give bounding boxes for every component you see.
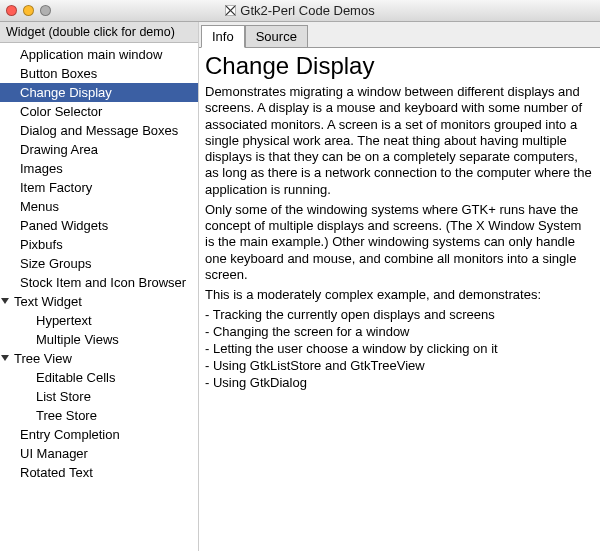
app-window: Gtk2-Perl Code Demos Widget (double clic… [0,0,600,551]
tree-item-label: Item Factory [20,180,92,195]
tree-item-label: Paned Widgets [20,218,108,233]
tree-item[interactable]: Dialog and Message Boxes [0,121,198,140]
tree-item-label: Stock Item and Icon Browser [20,275,186,290]
tree-item[interactable]: Color Selector [0,102,198,121]
tree-item[interactable]: List Store [0,387,198,406]
tree-item[interactable]: Text Widget [0,292,198,311]
tree-item-label: Hypertext [36,313,92,328]
sidebar-header: Widget (double click for demo) [0,22,198,43]
tree-item[interactable]: Rotated Text [0,463,198,482]
info-paragraph: Only some of the windowing systems where… [205,202,594,283]
tab-info[interactable]: Info [201,25,245,48]
tree-item[interactable]: Paned Widgets [0,216,198,235]
window-title: Gtk2-Perl Code Demos [240,3,374,18]
tree-item-label: Editable Cells [36,370,116,385]
tree-item-label: Dialog and Message Boxes [20,123,178,138]
tree-item-label: Tree View [14,351,72,366]
tree-item-label: Change Display [20,85,112,100]
tree-item[interactable]: Item Factory [0,178,198,197]
tree-item[interactable]: Tree View [0,349,198,368]
tree-item[interactable]: Tree Store [0,406,198,425]
svg-marker-3 [1,298,9,304]
tree-item[interactable]: Application main window [0,45,198,64]
tree-item-label: Tree Store [36,408,97,423]
info-bullet: - Tracking the currently open displays a… [205,307,594,324]
tree-item-label: Size Groups [20,256,92,271]
tree-item-label: Text Widget [14,294,82,309]
info-bullet: - Using GtkDialog [205,375,594,392]
tree-item-label: UI Manager [20,446,88,461]
tree-item-label: Multiple Views [36,332,119,347]
tree-item-label: Drawing Area [20,142,98,157]
tree-item[interactable]: Multiple Views [0,330,198,349]
expander-icon[interactable] [0,294,12,306]
tree-item[interactable]: Menus [0,197,198,216]
tree-item-label: List Store [36,389,91,404]
titlebar: Gtk2-Perl Code Demos [0,0,600,22]
tree-item[interactable]: Images [0,159,198,178]
window-title-wrap: Gtk2-Perl Code Demos [0,3,600,18]
info-bullet: - Letting the user choose a window by cl… [205,341,594,358]
x11-icon [225,5,236,16]
content-pane: InfoSource Change Display Demonstrates m… [199,22,600,551]
tree-item[interactable]: Editable Cells [0,368,198,387]
tree-item[interactable]: Hypertext [0,311,198,330]
tree-item-label: Button Boxes [20,66,97,81]
tree-item-label: Images [20,161,63,176]
tree-item[interactable]: Change Display [0,83,198,102]
info-paragraph: This is a moderately complex example, an… [205,287,594,303]
window-body: Widget (double click for demo) Applicati… [0,22,600,551]
tab-bar: InfoSource [199,22,600,48]
tree-item-label: Entry Completion [20,427,120,442]
tree-item-label: Rotated Text [20,465,93,480]
sidebar: Widget (double click for demo) Applicati… [0,22,199,551]
tree-item[interactable]: Button Boxes [0,64,198,83]
info-pane: Change Display Demonstrates migrating a … [199,48,600,551]
tree-item[interactable]: Size Groups [0,254,198,273]
tree-item[interactable]: Entry Completion [0,425,198,444]
info-title: Change Display [205,52,594,80]
tree-item-label: Color Selector [20,104,102,119]
tree-item[interactable]: Pixbufs [0,235,198,254]
tree-item-label: Menus [20,199,59,214]
tree-item[interactable]: UI Manager [0,444,198,463]
expander-icon[interactable] [0,351,12,363]
demo-tree[interactable]: Application main windowButton BoxesChang… [0,43,198,551]
svg-marker-4 [1,355,9,361]
tree-item[interactable]: Stock Item and Icon Browser [0,273,198,292]
info-bullet: - Changing the screen for a window [205,324,594,341]
tree-item-label: Pixbufs [20,237,63,252]
tree-item-label: Application main window [20,47,162,62]
tab-source[interactable]: Source [245,25,308,48]
info-bullet: - Using GtkListStore and GtkTreeView [205,358,594,375]
info-paragraph: Demonstrates migrating a window between … [205,84,594,198]
tree-item[interactable]: Drawing Area [0,140,198,159]
